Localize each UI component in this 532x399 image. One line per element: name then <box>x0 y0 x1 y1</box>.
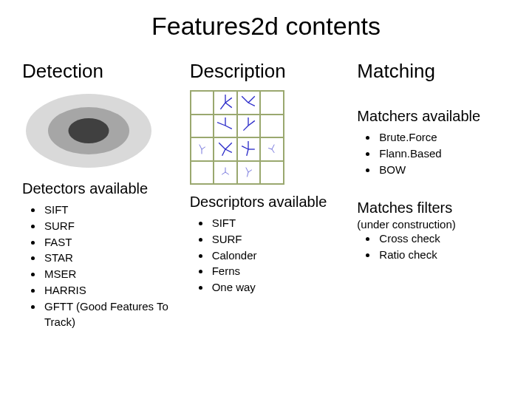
list-item: Flann.Based <box>378 146 510 162</box>
filters-list: Cross check Ratio check <box>357 231 510 263</box>
list-item: One way <box>211 279 343 296</box>
svg-line-14 <box>202 147 205 149</box>
matching-heading: Matching <box>357 60 510 83</box>
grid-cell <box>237 161 261 185</box>
grid-cell <box>260 161 284 185</box>
svg-line-4 <box>242 96 249 103</box>
detectors-list: SIFT SURF FAST STAR MSER HARRIS GFTT (Go… <box>22 202 175 330</box>
svg-line-21 <box>242 146 249 149</box>
list-item: STAR <box>43 250 175 266</box>
grid-cell <box>237 137 261 161</box>
matchers-subheading: Matchers available <box>357 108 510 125</box>
grid-cell <box>260 137 284 161</box>
list-item: GFTT (Good Features To Track) <box>43 299 175 331</box>
grid-cell <box>191 161 214 185</box>
description-grid-illustration <box>190 90 284 185</box>
description-heading: Description <box>190 60 343 83</box>
list-item: SIFT <box>43 202 175 218</box>
arrow-cluster-icon <box>219 166 231 178</box>
svg-line-17 <box>225 143 232 149</box>
list-item: SURF <box>43 218 175 234</box>
list-item: SIFT <box>211 215 343 231</box>
list-item: MSER <box>43 266 175 282</box>
grid-cell <box>191 137 214 161</box>
svg-line-23 <box>247 149 248 156</box>
grid-cell <box>260 115 284 138</box>
grid-cell <box>214 91 237 115</box>
svg-line-9 <box>225 126 232 129</box>
arrow-cluster-icon <box>240 95 256 111</box>
detection-ellipse-illustration <box>22 90 155 171</box>
arrow-cluster-icon <box>217 117 233 134</box>
svg-line-6 <box>248 103 255 106</box>
svg-line-28 <box>225 172 229 174</box>
grid-cell <box>214 161 237 185</box>
columns-row: Detection Detectors available SIFT SURF … <box>22 60 510 330</box>
svg-line-16 <box>219 143 225 149</box>
descriptors-subheading: Descriptors available <box>190 194 343 211</box>
list-item: HARRIS <box>43 282 175 299</box>
svg-line-5 <box>248 96 255 103</box>
list-item: Calonder <box>211 248 343 264</box>
grid-cell <box>191 115 214 138</box>
svg-line-29 <box>222 172 225 174</box>
svg-line-8 <box>217 123 225 126</box>
arrow-cluster-icon <box>196 143 208 155</box>
grid-cell <box>237 91 261 115</box>
svg-line-11 <box>248 121 255 126</box>
list-item: FAST <box>43 234 175 250</box>
svg-line-30 <box>246 168 248 172</box>
matchers-list: Brute.Force Flann.Based BOW <box>357 129 510 177</box>
arrow-cluster-icon <box>240 141 256 157</box>
svg-line-2 <box>225 103 232 108</box>
page-title: Features2d contents <box>22 12 510 41</box>
svg-line-18 <box>222 149 225 156</box>
svg-line-1 <box>225 98 232 103</box>
filters-heading: Matches filters <box>357 200 510 216</box>
arrow-cluster-icon <box>217 95 233 111</box>
svg-line-32 <box>248 172 249 177</box>
arrow-cluster-icon <box>266 143 278 155</box>
list-item: Brute.Force <box>378 129 510 146</box>
ellipse-inner <box>69 118 109 143</box>
grid-cell <box>191 91 214 115</box>
column-description: Description <box>190 60 343 330</box>
detection-heading: Detection <box>22 60 175 83</box>
grid-cell <box>214 137 237 161</box>
list-item: BOW <box>378 162 510 178</box>
detectors-subheading: Detectors available <box>22 180 175 197</box>
svg-line-25 <box>268 148 272 149</box>
svg-line-24 <box>272 144 274 149</box>
column-detection: Detection Detectors available SIFT SURF … <box>22 60 175 330</box>
svg-line-31 <box>248 170 252 172</box>
arrow-cluster-icon <box>217 141 233 157</box>
svg-line-19 <box>225 149 232 152</box>
arrow-cluster-icon <box>242 166 254 178</box>
list-item: Ratio check <box>378 247 510 263</box>
svg-line-12 <box>244 126 249 131</box>
list-item: Cross check <box>378 231 510 247</box>
list-item: Ferns <box>211 263 343 279</box>
filters-note: (under construction) <box>357 218 510 231</box>
grid-cell <box>214 115 237 138</box>
svg-line-3 <box>220 103 225 109</box>
grid-cell <box>237 115 261 138</box>
column-matching: Matching Matchers available Brute.Force … <box>357 60 510 330</box>
grid-cell <box>260 91 284 115</box>
svg-line-26 <box>272 149 274 153</box>
descriptors-list: SIFT SURF Calonder Ferns One way <box>190 215 343 296</box>
arrow-cluster-icon <box>240 117 256 134</box>
list-item: SURF <box>211 231 343 248</box>
svg-line-13 <box>200 144 202 149</box>
